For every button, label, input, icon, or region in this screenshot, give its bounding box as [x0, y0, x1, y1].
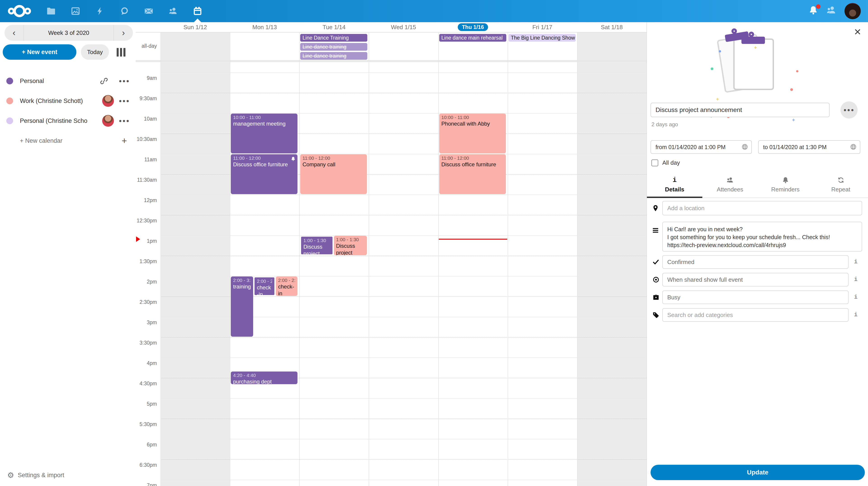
app-icon-activity[interactable] [88, 0, 112, 22]
new-event-button[interactable]: + New event [3, 44, 76, 60]
event-discuss-project-announcement[interactable]: 1:00 - 1:30 Discuss project announcement [300, 236, 333, 255]
calendar-name: Personal (Christine Scho... [20, 117, 88, 124]
calendar-menu-icon[interactable]: ●●● [118, 78, 131, 84]
check-icon [652, 258, 659, 266]
contacts-menu-icon[interactable] [827, 5, 838, 17]
settings-and-import[interactable]: ⚙ Settings & import [7, 470, 64, 480]
current-time-arrow-icon [136, 236, 140, 242]
time-grid[interactable]: 9am9:30am10am10:30am11am11:30am12pm12:30… [135, 62, 647, 486]
time-label: 5:30pm [135, 421, 157, 427]
allday-event-the-big-line-dancing-show[interactable]: The Big Line Dancing Show [508, 34, 576, 41]
tab-reminders[interactable]: Reminders [758, 173, 813, 198]
tab-attendees[interactable]: Attendees [702, 173, 758, 198]
event-title: training [233, 283, 251, 290]
user-avatar[interactable] [844, 3, 861, 19]
previous-week-button[interactable]: ‹ [4, 25, 24, 41]
column-line [369, 32, 369, 486]
info-icon[interactable]: i [852, 294, 859, 301]
calendar-menu-icon[interactable]: ●●● [118, 98, 131, 104]
grid-line [160, 215, 647, 216]
close-icon[interactable]: × [851, 25, 864, 38]
time-label: 5pm [135, 401, 157, 407]
sidebar-calendar-work-christine-schott[interactable]: Work (Christine Schott) ●●● [0, 91, 135, 111]
new-calendar-button[interactable]: + New calendar + [0, 131, 135, 151]
event-company-call[interactable]: 11:00 - 12:00 Company call [300, 154, 367, 194]
allday-event-line-dance-training[interactable]: Line dance training [300, 43, 367, 51]
grid-line [160, 73, 647, 73]
event-purchasing-dept[interactable]: 4:20 - 4:40 purchasing dept [231, 372, 298, 384]
app-icon-contacts[interactable] [161, 0, 185, 22]
nextcloud-logo-icon[interactable] [5, 4, 33, 18]
event-title-input[interactable] [651, 103, 830, 117]
app-icon-files[interactable] [39, 0, 63, 22]
event-time: 11:00 - 12:00 [303, 155, 365, 161]
allday-event-line-dance-training[interactable]: Line dance training [300, 52, 367, 60]
allday-event-line-dance-training[interactable]: Line Dance Training [300, 34, 367, 41]
weekend-shading [160, 62, 230, 486]
all-day-checkbox[interactable] [651, 160, 658, 166]
location-input[interactable] [662, 201, 862, 216]
timezone-globe-icon [741, 143, 748, 150]
event-end-input[interactable] [758, 140, 860, 154]
sidebar-calendar-personal-christine-scho[interactable]: Personal (Christine Scho... ●●● [0, 111, 135, 131]
confetti-dot [796, 70, 798, 73]
description-textarea[interactable] [662, 222, 862, 252]
confetti-dot [711, 67, 713, 70]
grid-line [160, 480, 647, 480]
busy-status-field[interactable] [662, 290, 848, 304]
day-label: Sat 1/18 [601, 24, 623, 31]
event-discuss-office-furniture[interactable]: 11:00 - 12:00 Discuss office furniture [439, 154, 506, 194]
weekend-shading [577, 62, 647, 486]
event-discuss-project[interactable]: 1:00 - 1:30 Discuss project [334, 236, 367, 255]
app-icon-photos[interactable] [63, 0, 88, 22]
next-week-button[interactable]: › [114, 25, 133, 41]
column-line [230, 32, 230, 486]
calendar-menu-icon[interactable]: ●●● [118, 118, 131, 124]
app-icon-mail[interactable] [136, 0, 161, 22]
update-button[interactable]: Update [651, 465, 865, 480]
day-header-row: Sun 1/12 Mon 1/13 Tue 1/14 Wed 1/15 Thu … [135, 22, 647, 33]
allday-event-line-dance-main-rehearsal[interactable]: Line dance main rehearsal [439, 34, 506, 41]
clipboard-illustration: +++++ [712, 33, 803, 94]
event-management-meeting[interactable]: 10:00 - 11:00 management meeting [231, 114, 298, 153]
visibility-field[interactable] [662, 273, 848, 286]
column-line [508, 32, 508, 486]
event-title: Discuss office furniture [441, 161, 504, 168]
sidebar-calendar-personal[interactable]: Personal ●●● [0, 71, 135, 91]
notifications-bell-icon[interactable] [808, 5, 820, 17]
allday-divider [135, 60, 647, 62]
event-discuss-office-furniture[interactable]: 11:00 - 12:00 Discuss office furniture [231, 154, 298, 194]
view-columns-icon[interactable] [117, 48, 125, 57]
time-label: 3pm [135, 319, 157, 325]
app-icon-talk[interactable] [112, 0, 136, 22]
event-phonecall-with-abby[interactable]: 10:00 - 11:00 Phonecall with Abby [439, 114, 506, 153]
column-line [299, 32, 300, 486]
info-icon[interactable]: i [852, 276, 859, 283]
share-link-icon[interactable] [100, 77, 108, 85]
column-line [438, 32, 439, 486]
tab-details[interactable]: iDetails [647, 173, 702, 198]
tab-repeat[interactable]: Repeat [813, 173, 868, 198]
weekend-shading [160, 32, 230, 60]
day-header-thu-1-16: Thu 1/16 [438, 22, 508, 32]
event-title: Discuss project announcement [303, 244, 330, 255]
confetti-dot [719, 50, 721, 53]
event-check-in[interactable]: 2:00 - 2:30 check-in [254, 277, 275, 296]
calendar-name: Personal [20, 78, 44, 85]
current-time-line [439, 239, 507, 239]
editor-tabs: iDetails Attendees Reminders Repeat [647, 173, 868, 198]
time-label: 10:30am [135, 136, 157, 142]
more-actions-button[interactable]: ●●● [840, 102, 858, 119]
time-label: 2pm [135, 279, 157, 285]
event-training[interactable]: 2:00 - 3:30 training [231, 277, 253, 337]
info-icon[interactable]: i [852, 258, 859, 265]
event-time: 10:00 - 11:00 [441, 114, 504, 120]
confetti-plus: + [754, 45, 757, 51]
status-field[interactable] [662, 255, 848, 269]
categories-field[interactable] [662, 308, 848, 322]
event-start-input[interactable] [651, 140, 752, 154]
info-icon[interactable]: i [852, 311, 859, 318]
event-check-in[interactable]: 2:00 - 2:30 check-in [276, 277, 298, 296]
bell-icon [782, 176, 789, 184]
today-button[interactable]: Today [81, 44, 109, 60]
